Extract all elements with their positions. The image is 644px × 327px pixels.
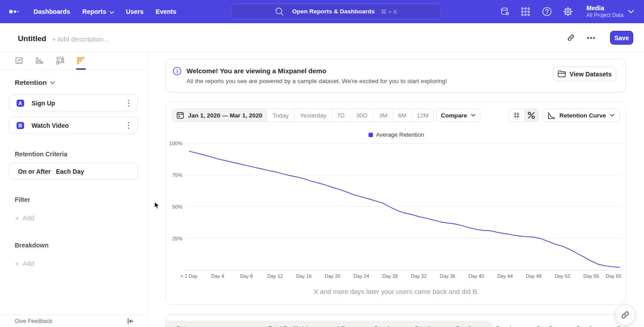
svg-text:Day 28: Day 28	[382, 273, 398, 279]
svg-text:Day 24: Day 24	[353, 273, 369, 279]
svg-text:100%: 100%	[169, 141, 182, 146]
svg-text:Day 60: Day 60	[606, 273, 621, 279]
svg-text:Day 32: Day 32	[411, 273, 427, 279]
svg-text:Day 20: Day 20	[325, 273, 340, 279]
svg-text:Day 16: Day 16	[296, 273, 312, 279]
svg-text:Day 36: Day 36	[440, 273, 455, 279]
svg-text:50%: 50%	[172, 204, 182, 210]
svg-text:Day 40: Day 40	[468, 273, 484, 279]
svg-text:Day 48: Day 48	[526, 273, 542, 279]
svg-text:25%: 25%	[172, 236, 182, 241]
svg-text:Day 8: Day 8	[240, 273, 253, 279]
svg-text:75%: 75%	[172, 172, 182, 178]
svg-text:< 1 Day: < 1 Day	[180, 273, 198, 279]
svg-text:Day 12: Day 12	[267, 273, 283, 279]
svg-text:Day 52: Day 52	[555, 273, 570, 279]
svg-text:Day 44: Day 44	[497, 273, 513, 279]
svg-text:Day 56: Day 56	[583, 273, 599, 279]
svg-text:Day 4: Day 4	[211, 273, 224, 279]
